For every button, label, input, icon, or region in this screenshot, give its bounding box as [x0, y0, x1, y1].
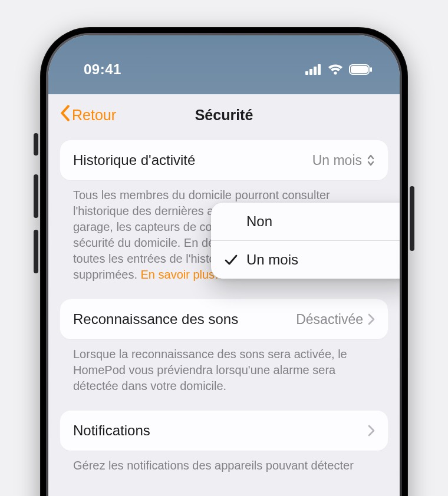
chevron-left-icon: [59, 105, 71, 125]
sound-recognition-card: Reconnaissance des sons Désactivée: [60, 299, 388, 339]
sound-recognition-footnote: Lorsque la reconnaissance des sons sera …: [60, 339, 388, 407]
notifications-label: Notifications: [73, 422, 150, 439]
notifications-row[interactable]: Notifications: [60, 411, 388, 451]
volume-up-button: [34, 174, 38, 218]
svg-rect-1: [309, 69, 312, 75]
activity-history-row[interactable]: Historique d'activité Un mois: [60, 140, 388, 180]
page-title: Sécurité: [195, 107, 253, 124]
mute-switch: [34, 133, 38, 156]
activity-history-card: Historique d'activité Un mois: [60, 140, 388, 180]
sound-recognition-label: Reconnaissance des sons: [73, 311, 238, 328]
chevron-right-icon: [368, 313, 375, 325]
svg-rect-6: [351, 66, 368, 73]
activity-history-label: Historique d'activité: [73, 152, 195, 168]
svg-rect-2: [314, 67, 317, 75]
svg-point-4: [334, 71, 337, 74]
sound-recognition-row[interactable]: Reconnaissance des sons Désactivée: [60, 299, 388, 339]
screen: 09:41: [48, 35, 400, 496]
notifications-card: Notifications: [60, 411, 388, 451]
back-button[interactable]: Retour: [59, 105, 116, 125]
power-button: [410, 186, 414, 251]
back-label: Retour: [72, 107, 116, 124]
status-bar: 09:41: [48, 35, 400, 94]
menu-option-label: Non: [246, 213, 272, 230]
navigation-bar: Retour Sécurité: [48, 94, 400, 135]
battery-icon: [349, 64, 373, 75]
chevron-right-icon: [368, 425, 375, 437]
menu-option-one-month[interactable]: Un mois: [211, 240, 400, 279]
svg-rect-3: [318, 64, 321, 75]
checkmark-icon: [224, 254, 238, 266]
phone-frame: 09:41: [40, 27, 408, 496]
sound-recognition-value: Désactivée: [296, 312, 375, 328]
menu-option-none[interactable]: Non: [211, 203, 400, 240]
notifications-footnote: Gérez les notifications des appareils po…: [60, 451, 388, 487]
cellular-icon: [305, 64, 322, 75]
svg-rect-7: [370, 67, 372, 72]
wifi-icon: [328, 64, 343, 75]
activity-history-value: Un mois: [312, 153, 375, 168]
volume-down-button: [34, 230, 38, 273]
svg-rect-0: [305, 71, 308, 75]
activity-history-menu: Non Un mois: [211, 203, 400, 279]
up-down-chevron-icon: [367, 154, 375, 167]
status-time: 09:41: [84, 61, 121, 78]
menu-option-label: Un mois: [246, 252, 298, 268]
